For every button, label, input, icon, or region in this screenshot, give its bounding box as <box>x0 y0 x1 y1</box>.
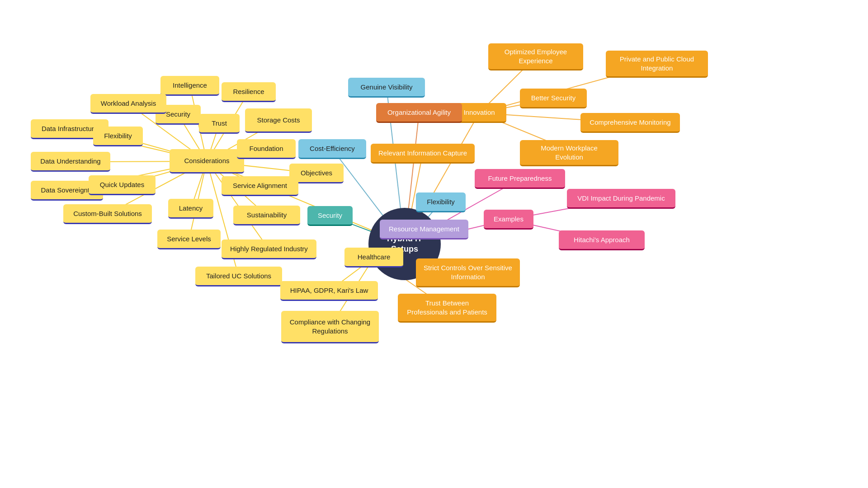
node-trust_patients: Trust Between Professionals and Patients <box>398 294 496 323</box>
node-trust: Trust <box>199 114 240 134</box>
node-highly_regulated: Highly Regulated Industry <box>222 239 316 259</box>
node-org_agility: Organizational Agility <box>376 103 462 123</box>
node-strict_controls: Strict Controls Over Sensitive Informati… <box>416 258 520 287</box>
node-service_alignment: Service Alignment <box>222 176 298 196</box>
node-cost_efficiency: Cost-Efficiency <box>298 139 366 159</box>
node-modern_workplace: Modern Workplace Evolution <box>520 140 618 166</box>
node-examples: Examples <box>484 210 533 230</box>
node-workload_analysis: Workload Analysis <box>90 94 166 114</box>
node-foundation: Foundation <box>237 139 296 159</box>
node-optimized_emp: Optimized Employee Experience <box>488 43 583 70</box>
node-custom_built: Custom-Built Solutions <box>63 204 152 224</box>
node-storage_costs: Storage Costs <box>245 108 312 133</box>
node-latency: Latency <box>168 199 213 219</box>
node-hipaa: HIPAA, GDPR, Kari's Law <box>280 281 378 301</box>
node-intelligence: Intelligence <box>160 76 219 96</box>
node-better_security: Better Security <box>520 89 587 108</box>
node-future_prep: Future Preparedness <box>475 169 565 189</box>
node-healthcare: Healthcare <box>344 248 403 267</box>
node-resource_mgmt: Resource Management <box>380 220 468 239</box>
node-service_levels: Service Levels <box>157 230 221 249</box>
node-hitachi: Hitachi's Approach <box>559 230 645 250</box>
mindmap-container: Hybrid IT SetupsConsiderationsIntelligen… <box>0 0 868 488</box>
node-quick_updates: Quick Updates <box>89 175 156 195</box>
node-relevant_info: Relevant Information Capture <box>371 144 475 164</box>
node-private_cloud: Private and Public Cloud Integration <box>606 51 708 78</box>
node-flexibility_left: Flexibility <box>93 127 143 146</box>
node-resilience: Resilience <box>222 82 276 102</box>
node-comprehensive: Comprehensive Monitoring <box>580 113 680 133</box>
node-compliance: Compliance with Changing Regulations <box>281 311 379 343</box>
node-sustainability: Sustainability <box>233 206 300 225</box>
node-data_understanding: Data Understanding <box>31 152 110 172</box>
node-considerations: Considerations <box>170 149 244 174</box>
node-flexibility_right: Flexibility <box>416 192 466 212</box>
node-vdi_impact: VDI Impact During Pandemic <box>567 189 675 209</box>
node-tailored_uc: Tailored UC Solutions <box>195 267 282 286</box>
node-genuine_visibility: Genuine Visibility <box>348 78 425 98</box>
node-security_center: Security <box>307 206 353 226</box>
